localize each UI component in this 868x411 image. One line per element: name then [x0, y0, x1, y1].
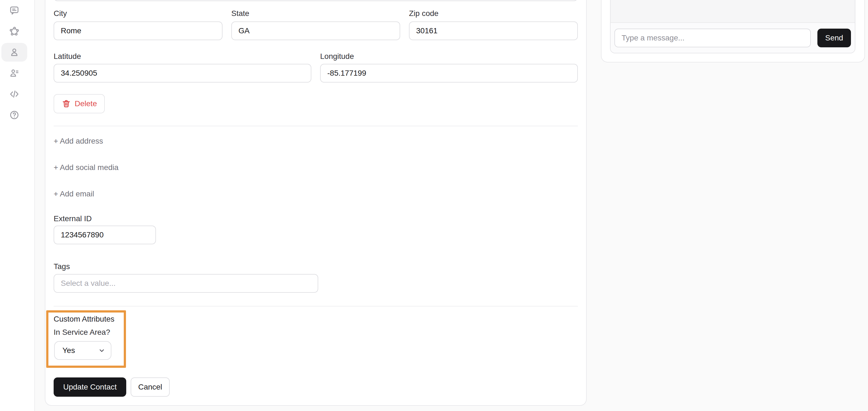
update-contact-button[interactable]: Update Contact — [54, 377, 126, 397]
code-icon — [9, 89, 20, 99]
cancel-button[interactable]: Cancel — [131, 377, 170, 397]
sidebar-item-contact[interactable] — [1, 43, 27, 62]
network-graph-icon — [9, 26, 20, 37]
contact-list-icon — [9, 68, 20, 79]
tags-label: Tags — [54, 262, 70, 271]
in-service-area-label: In Service Area? — [54, 328, 110, 337]
in-service-area-value: Yes — [62, 346, 75, 355]
help-circle-icon — [9, 110, 20, 120]
person-icon — [9, 47, 20, 58]
in-service-area-select[interactable]: Yes — [54, 341, 112, 360]
chevron-down-icon — [98, 346, 106, 355]
chat-bubble-icon — [9, 5, 20, 16]
section-divider — [54, 306, 578, 306]
trash-icon — [62, 99, 71, 108]
address-input-partial[interactable] — [54, 0, 578, 1]
zip-label: Zip code — [409, 9, 438, 18]
contact-form-panel — [45, 0, 587, 406]
sidebar — [0, 0, 35, 411]
section-divider — [54, 126, 578, 126]
chat-message-input[interactable] — [614, 29, 811, 47]
city-label: City — [54, 9, 67, 18]
state-input[interactable] — [231, 22, 400, 40]
custom-attributes-highlight-box: Custom Attributes In Service Area? Yes — [46, 310, 126, 368]
custom-attributes-heading: Custom Attributes — [54, 315, 115, 324]
add-social-media-link[interactable]: + Add social media — [54, 163, 119, 172]
sidebar-item-help[interactable] — [1, 106, 27, 124]
delete-button-label: Delete — [75, 99, 97, 108]
chat-message-area — [611, 0, 855, 23]
tags-input[interactable] — [54, 274, 318, 293]
longitude-label: Longitude — [320, 52, 354, 61]
chat-panel: Send — [610, 0, 855, 53]
city-input[interactable] — [54, 22, 222, 40]
state-label: State — [231, 9, 249, 18]
external-id-label: External ID — [54, 214, 92, 224]
sidebar-item-messages[interactable] — [1, 1, 27, 20]
add-address-link[interactable]: + Add address — [54, 137, 103, 146]
latitude-input[interactable] — [54, 64, 311, 83]
longitude-input[interactable] — [320, 64, 578, 83]
sidebar-item-developer[interactable] — [1, 85, 27, 104]
delete-address-button[interactable]: Delete — [54, 94, 105, 113]
latitude-label: Latitude — [54, 52, 81, 61]
sidebar-item-contact-list[interactable] — [1, 64, 27, 83]
send-button[interactable]: Send — [817, 29, 851, 47]
zip-input[interactable] — [409, 22, 578, 40]
external-id-input[interactable] — [54, 226, 156, 244]
sidebar-item-journeys[interactable] — [1, 22, 27, 41]
chat-composer: Send — [611, 23, 855, 53]
add-email-link[interactable]: + Add email — [54, 189, 94, 199]
chat-card: Send — [601, 0, 865, 62]
